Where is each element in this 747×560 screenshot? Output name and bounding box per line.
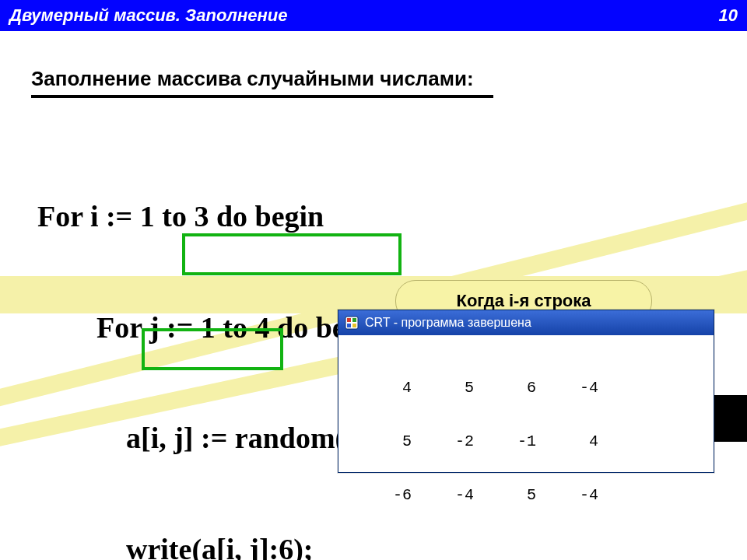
console-row: -6-45-4	[349, 486, 703, 504]
code-line: For i := 1 to 3 do begin	[37, 198, 448, 236]
console-row: 456-4	[349, 379, 703, 397]
cell: 5	[349, 432, 412, 450]
cell: -1	[474, 432, 536, 450]
cell: -4	[536, 486, 598, 504]
cell: 4	[349, 379, 412, 397]
cell: -4	[412, 486, 474, 504]
console-body: 456-4 5-2-14 -6-45-4	[338, 335, 714, 548]
section-heading: Заполнение массива случайными числами:	[31, 67, 474, 91]
cell: -2	[412, 432, 474, 450]
cell: 6	[474, 379, 536, 397]
section-heading-underline	[31, 95, 493, 98]
header-title: Двумерный массив. Заполнение	[9, 5, 288, 26]
highlight-box-write	[182, 233, 402, 275]
header-page-number: 10	[719, 5, 738, 26]
slide: Двумерный массив. Заполнение 10 Заполнен…	[0, 0, 747, 560]
cell: -4	[536, 379, 598, 397]
cell: 4	[536, 432, 598, 450]
svg-rect-3	[347, 324, 351, 327]
console-window: CRT - программа завершена 456-4 5-2-14 -…	[338, 310, 714, 473]
svg-rect-4	[352, 324, 356, 327]
svg-rect-1	[347, 318, 351, 322]
app-icon	[345, 316, 359, 330]
console-title-text: CRT - программа завершена	[365, 316, 531, 330]
callout-text: Когда i-я строка	[456, 291, 591, 311]
cell: 5	[474, 486, 536, 504]
cell: 5	[412, 379, 474, 397]
console-row: 5-2-14	[349, 432, 703, 450]
cell: -6	[349, 486, 412, 504]
svg-rect-2	[352, 318, 356, 322]
console-titlebar: CRT - программа завершена	[338, 310, 714, 335]
highlight-box-writeln	[142, 328, 283, 370]
header-bar: Двумерный массив. Заполнение 10	[0, 0, 747, 31]
